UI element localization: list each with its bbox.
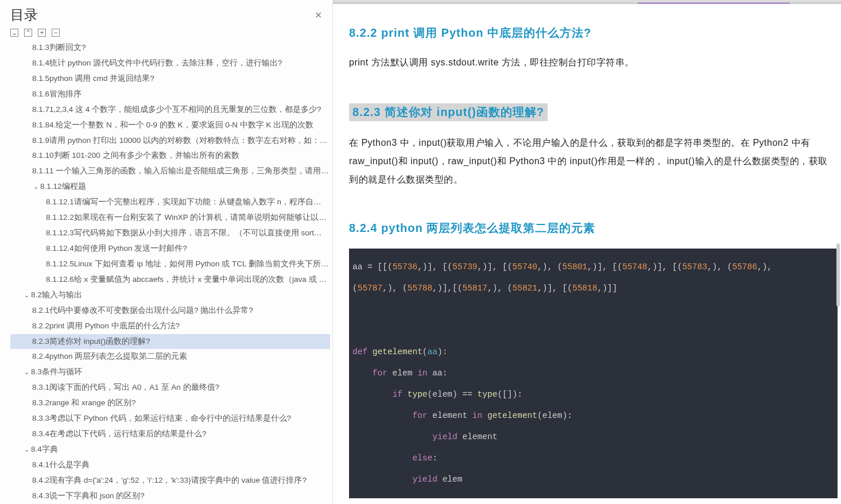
expand-down-icon[interactable]: ⌄ — [10, 29, 18, 37]
toc-item[interactable]: 8.3.3考虑以下 Python 代码，如果运行结束，命令行中的运行结果是什么? — [10, 411, 330, 427]
toc-item-label: 8.1.5python 调用 cmd 并返回结果? — [32, 74, 154, 83]
toc-list[interactable]: 8.1.3判断回文?8.1.4统计 python 源代码文件中代码行数，去除注释… — [0, 40, 332, 504]
toc-item[interactable]: 8.4.3说一下字典和 json 的区别? — [10, 489, 330, 504]
toc-item[interactable]: 8.2.3简述你对 input()函数的理解? — [10, 334, 330, 350]
toc-item-label: 8.1.10判断 101-200 之间有多少个素数，并输出所有的素数 — [32, 151, 239, 160]
section-heading: 8.2.3 简述你对 input()函数的理解? — [349, 103, 548, 121]
toc-item-label: 8.3条件与循环 — [31, 367, 82, 376]
toc-item[interactable]: 8.2.2print 调用 Python 中底层的什么方法? — [10, 319, 330, 334]
toc-item[interactable]: 8.4.1什么是字典 — [10, 458, 330, 473]
toc-item-label: 8.1.71,2,3,4 这 4 个数字，能组成多少个互不相同的且无重复的三位数… — [32, 105, 321, 114]
chevron-down-icon[interactable]: ⌄ — [32, 182, 39, 192]
chevron-down-icon[interactable]: ⌄ — [23, 367, 30, 377]
toc-item-label: 8.1.9请用 python 打印出 10000 以内的对称数（对称数特点：数字… — [32, 136, 330, 145]
toc-item[interactable]: ⌄8.4字典 — [10, 442, 330, 458]
toc-toolbar: ⌄ ⌃ + − — [0, 29, 332, 40]
toc-item[interactable]: 8.3.1阅读下面的代码，写出 A0，A1 至 An 的最终值? — [10, 380, 330, 396]
toc-item[interactable]: 8.3.4在考虑以下代码，运行结束后的结果是什么? — [10, 427, 330, 442]
toc-item[interactable]: 8.1.9请用 python 打印出 10000 以内的对称数（对称数特点：数字… — [10, 133, 330, 149]
toc-item-label: 8.1.6冒泡排序 — [32, 90, 82, 98]
toc-title: 目录 — [10, 6, 38, 24]
toc-item[interactable]: 8.1.12.4如何使用 Python 发送一封邮件? — [10, 241, 330, 257]
toc-item-label: 8.1.12.4如何使用 Python 发送一封邮件? — [46, 244, 187, 253]
toc-item-label: 8.1.12编程题 — [40, 182, 86, 191]
toc-item-label: 8.3.3考虑以下 Python 代码，如果运行结束，命令行中的运行结果是什么? — [32, 414, 291, 422]
toc-item-label: 8.1.12.6给 x 变量赋值为 abccaefs，并统计 x 变量中单词出现… — [46, 275, 330, 284]
toc-item[interactable]: 8.3.2range 和 xrange 的区别? — [10, 396, 330, 411]
document-content[interactable]: 8.2.2 print 调用 Python 中底层的什么方法?print 方法默… — [333, 0, 841, 504]
body-text: print 方法默认调用 sys.stdout.write 方法，即往控制台打印… — [349, 53, 834, 72]
toc-item-label: 8.4字典 — [31, 445, 58, 453]
toc-item[interactable]: 8.1.71,2,3,4 这 4 个数字，能组成多少个互不相同的且无重复的三位数… — [10, 102, 330, 118]
minus-icon[interactable]: − — [52, 29, 60, 37]
chevron-down-icon[interactable]: ⌄ — [23, 445, 30, 455]
toc-item-label: 8.1.11 一个输入三角形的函数，输入后输出是否能组成三角形，三角形类型，请用… — [32, 166, 330, 175]
toc-item[interactable]: 8.1.10判断 101-200 之间有多少个素数，并输出所有的素数 — [10, 148, 330, 164]
code-block: aa = [[(55736,)], [(55739,)], [(55740,),… — [349, 249, 838, 498]
toc-item-label: 8.1.12.2如果现在有一台刚安装了 WinXP 的计算机，请简单说明如何能够… — [46, 213, 330, 222]
toc-item-label: 8.2.1代码中要修改不可变数据会出现什么问题? 抛出什么异常? — [32, 306, 253, 315]
toc-item[interactable]: 8.2.4python 两层列表怎么提取第二层的元素 — [10, 349, 330, 365]
toc-item[interactable]: 8.1.6冒泡排序 — [10, 87, 330, 102]
toc-item[interactable]: ⌄8.3条件与循环 — [10, 365, 330, 380]
toc-item-label: 8.1.4统计 python 源代码文件中代码行数，去除注释，空行，进行输出? — [32, 59, 282, 67]
toc-item-label: 8.1.12.1请编写一个完整出程序，实现如下功能：从键盘输入数字 n，程序自动… — [46, 197, 330, 206]
toc-item[interactable]: ⌄8.1.12编程题 — [10, 179, 330, 195]
section-heading: 8.2.2 print 调用 Python 中底层的什么方法? — [349, 25, 834, 41]
toc-item-label: 8.2.2print 调用 Python 中底层的什么方法? — [32, 321, 180, 330]
toc-item-label: 8.2输入与输出 — [31, 290, 82, 299]
toc-item-label: 8.3.2range 和 xrange 的区别? — [32, 398, 136, 407]
scrollbar-thumb[interactable] — [836, 243, 840, 307]
toc-item-label: 8.4.3说一下字典和 json 的区别? — [32, 491, 145, 500]
toc-item[interactable]: 8.1.11 一个输入三角形的函数，输入后输出是否能组成三角形，三角形类型，请用… — [10, 164, 330, 179]
toc-item[interactable]: 8.4.2现有字典 d={'a':24，'g':52，'i':12，'k':33… — [10, 473, 330, 489]
toc-item[interactable]: 8.1.12.2如果现在有一台刚安装了 WinXP 的计算机，请简单说明如何能够… — [10, 210, 330, 226]
toc-item[interactable]: 8.1.12.5Linux 下如何查看 ip 地址，如何用 Python 或 T… — [10, 257, 330, 272]
toc-item-label: 8.4.1什么是字典 — [32, 460, 90, 469]
plus-icon[interactable]: + — [38, 29, 46, 37]
toc-item[interactable]: 8.1.84.给定一个整数 N，和一个 0-9 的数 K，要求返回 0-N 中数… — [10, 118, 330, 133]
toc-item[interactable]: 8.2.1代码中要修改不可变数据会出现什么问题? 抛出什么异常? — [10, 303, 330, 319]
toc-item-label: 8.2.3简述你对 input()函数的理解? — [32, 337, 150, 346]
toc-item[interactable]: 8.1.3判断回文? — [10, 40, 330, 56]
toc-item[interactable]: 8.1.5python 调用 cmd 并返回结果? — [10, 71, 330, 87]
toc-item-label: 8.1.84.给定一个整数 N，和一个 0-9 的数 K，要求返回 0-N 中数… — [32, 121, 313, 129]
toc-item-label: 8.2.4python 两层列表怎么提取第二层的元素 — [32, 352, 187, 360]
chevron-down-icon[interactable]: ⌄ — [23, 290, 30, 300]
toc-item-label: 8.4.2现有字典 d={'a':24，'g':52，'i':12，'k':33… — [32, 476, 307, 484]
toc-sidebar: 目录 ✕ ⌄ ⌃ + − 8.1.3判断回文?8.1.4统计 python 源代… — [0, 0, 333, 504]
toc-item[interactable]: 8.1.4统计 python 源代码文件中代码行数，去除注释，空行，进行输出? — [10, 56, 330, 71]
toc-item[interactable]: 8.1.12.1请编写一个完整出程序，实现如下功能：从键盘输入数字 n，程序自动… — [10, 195, 330, 210]
toc-item-label: 8.1.12.3写代码将如下数据从小到大排序，语言不限。（不可以直接使用 sor… — [46, 228, 330, 237]
toc-item-label: 8.3.1阅读下面的代码，写出 A0，A1 至 An 的最终值? — [32, 383, 219, 391]
toc-item[interactable]: 8.1.12.6给 x 变量赋值为 abccaefs，并统计 x 变量中单词出现… — [10, 272, 330, 288]
body-text: 在 Python3 中，input()获取用户输入，不论用户输入的是什么，获取到… — [349, 134, 834, 189]
toc-item[interactable]: 8.1.12.3写代码将如下数据从小到大排序，语言不限。（不可以直接使用 sor… — [10, 226, 330, 241]
toc-item-label: 8.1.12.5Linux 下如何查看 ip 地址，如何用 Python 或 T… — [46, 259, 330, 268]
close-icon[interactable]: ✕ — [315, 10, 322, 21]
toc-item-label: 8.1.3判断回文? — [32, 43, 86, 52]
toc-item-label: 8.3.4在考虑以下代码，运行结束后的结果是什么? — [32, 429, 207, 438]
section-heading: 8.2.4 python 两层列表怎么提取第二层的元素 — [349, 220, 834, 236]
toc-item[interactable]: ⌄8.2输入与输出 — [10, 288, 330, 303]
collapse-up-icon[interactable]: ⌃ — [24, 29, 32, 37]
